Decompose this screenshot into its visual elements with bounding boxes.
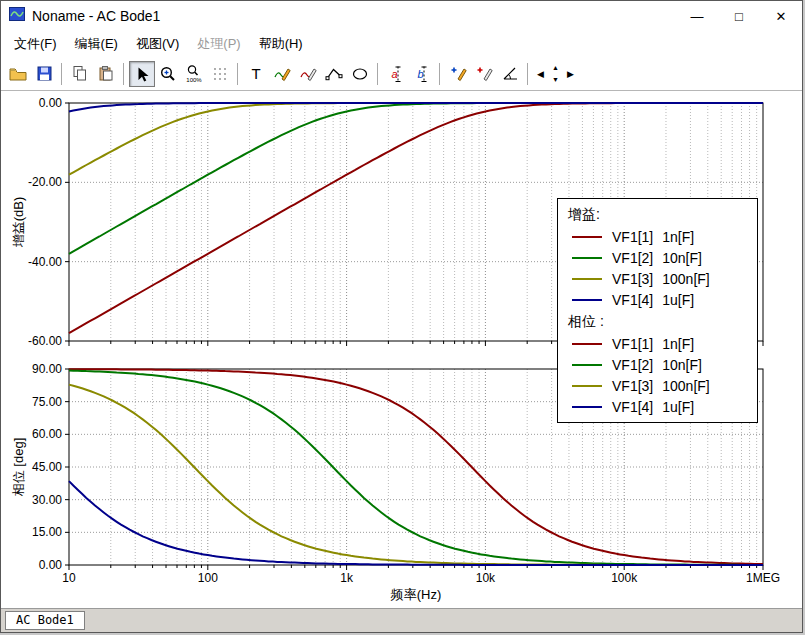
legend-phase-entry-2: VF1[3]100n[F]	[558, 376, 757, 397]
series-curve-gain-2[interactable]	[69, 103, 763, 175]
paste-button[interactable]	[93, 61, 119, 87]
menu-item-0[interactable]: 文件(F)	[5, 31, 66, 57]
zoom-in-icon	[159, 65, 177, 83]
annotate-curve-button[interactable]	[269, 61, 295, 87]
tab-ac-bode1[interactable]: AC Bode1	[5, 611, 85, 630]
toolbar-separator	[61, 63, 63, 85]
legend-gain-entry-2: VF1[3]100n[F]	[558, 269, 757, 290]
x-axis-title: 频率(Hz)	[390, 587, 442, 602]
legend-value: 10n[F]	[662, 357, 702, 373]
title-bar: Noname - AC Bode1 — □ ✕	[1, 1, 802, 31]
remove-curve-button[interactable]	[471, 61, 497, 87]
legend-signal: VF1[4]	[612, 399, 653, 415]
zoom-in-button[interactable]	[155, 61, 181, 87]
legend-signal: VF1[1]	[612, 229, 653, 245]
pen-plus-blue-icon	[449, 65, 468, 83]
legend-phase-entry-0: VF1[1]1n[F]	[558, 334, 757, 355]
mark-curve-button[interactable]	[295, 61, 321, 87]
svg-text:a: a	[392, 68, 398, 80]
open-folder-icon	[9, 66, 27, 82]
grid-icon	[212, 66, 228, 82]
angle-icon	[501, 65, 519, 82]
save-button[interactable]	[31, 61, 57, 87]
ellipse-tool-icon	[351, 66, 369, 82]
y-tick-label: -60.00	[28, 334, 62, 348]
toolbar-separator	[123, 63, 125, 85]
chart-region: 0.00-20.00-40.00-60.00增益(dB)90.0075.0060…	[1, 91, 802, 608]
legend-value: 100n[F]	[662, 271, 709, 287]
pen-wave-icon	[273, 65, 292, 83]
select-cursor-button[interactable]	[129, 61, 155, 87]
ellipse-tool-button[interactable]	[347, 61, 373, 87]
legend-gain-entry-3: VF1[4]1u[F]	[558, 290, 757, 311]
segment-tool-icon	[325, 65, 343, 82]
copy-icon	[71, 65, 89, 82]
step-left-button[interactable]: ◀	[533, 61, 548, 87]
line-segment-button[interactable]	[321, 61, 347, 87]
cursor-a-button[interactable]: a	[383, 61, 409, 87]
legend-signal: VF1[3]	[612, 271, 653, 287]
grid-toggle-button[interactable]	[207, 61, 233, 87]
legend-swatch	[572, 257, 602, 259]
app-icon	[9, 6, 25, 26]
add-curve-button[interactable]	[445, 61, 471, 87]
legend-swatch	[572, 364, 602, 366]
x-tick-label: 100	[198, 571, 218, 585]
maximize-button[interactable]: □	[718, 1, 760, 31]
zoom-out-icon: 100%	[184, 64, 204, 83]
window-controls: — □ ✕	[676, 1, 802, 31]
minimize-button[interactable]: —	[676, 1, 718, 31]
step-right-button[interactable]: ▶	[563, 61, 578, 87]
pen-plus-red-icon	[475, 65, 494, 83]
x-tick-label: 100k	[611, 571, 638, 585]
legend-gain-header: 增益:	[558, 204, 757, 227]
svg-text:T: T	[251, 65, 260, 82]
arrow-cursor-icon	[133, 65, 151, 83]
toolbar-separator	[237, 63, 239, 85]
menu-item-2[interactable]: 视图(V)	[127, 31, 188, 57]
toolbar-separator	[527, 63, 529, 85]
save-floppy-icon	[36, 65, 53, 82]
open-file-button[interactable]	[5, 61, 31, 87]
close-button[interactable]: ✕	[760, 1, 802, 31]
legend-value: 1n[F]	[662, 336, 694, 352]
legend-swatch	[572, 236, 602, 238]
zoom-100-button[interactable]: 100%	[181, 61, 207, 87]
series-curve-phase-3[interactable]	[69, 481, 763, 565]
y-tick-label: 15.00	[32, 525, 62, 539]
status-bar: AC Bode1	[1, 608, 802, 632]
copy-button[interactable]	[67, 61, 93, 87]
legend-swatch	[572, 343, 602, 345]
y-tick-label: 0.00	[39, 96, 63, 110]
pen-wave2-icon	[299, 65, 318, 83]
menu-item-1[interactable]: 编辑(E)	[66, 31, 127, 57]
toolbar: 100% T	[1, 57, 802, 91]
x-tick-label: 1MEG	[746, 571, 780, 585]
x-tick-label: 1k	[340, 571, 354, 585]
spin-up-icon[interactable]: ▲	[548, 62, 563, 74]
legend-signal: VF1[2]	[612, 357, 653, 373]
spinner-control[interactable]: ▲ ▼	[548, 62, 563, 86]
legend-signal: VF1[1]	[612, 336, 653, 352]
menu-item-3[interactable]: 处理(P)	[188, 31, 249, 57]
text-tool-icon: T	[247, 65, 265, 83]
x-tick-label: 10	[62, 571, 76, 585]
legend-gain-entry-1: VF1[2]10n[F]	[558, 248, 757, 269]
paste-icon	[97, 65, 115, 82]
y-tick-label: -40.00	[28, 255, 62, 269]
spin-down-icon[interactable]: ▼	[548, 74, 563, 86]
angle-measure-button[interactable]	[497, 61, 523, 87]
cursor-a-icon: a	[387, 65, 405, 83]
legend-swatch	[572, 406, 602, 408]
svg-text:b: b	[418, 68, 424, 80]
toolbar-separator	[377, 63, 379, 85]
text-tool-button[interactable]: T	[243, 61, 269, 87]
legend-swatch	[572, 385, 602, 387]
y-tick-label: 0.00	[39, 558, 63, 572]
menu-item-4[interactable]: 帮助(H)	[250, 31, 312, 57]
legend-value: 10n[F]	[662, 250, 702, 266]
legend-box[interactable]: 增益:VF1[1]1n[F]VF1[2]10n[F]VF1[3]100n[F]V…	[557, 198, 758, 423]
y-tick-label: 75.00	[32, 395, 62, 409]
cursor-b-button[interactable]: b	[409, 61, 435, 87]
legend-value: 1n[F]	[662, 229, 694, 245]
